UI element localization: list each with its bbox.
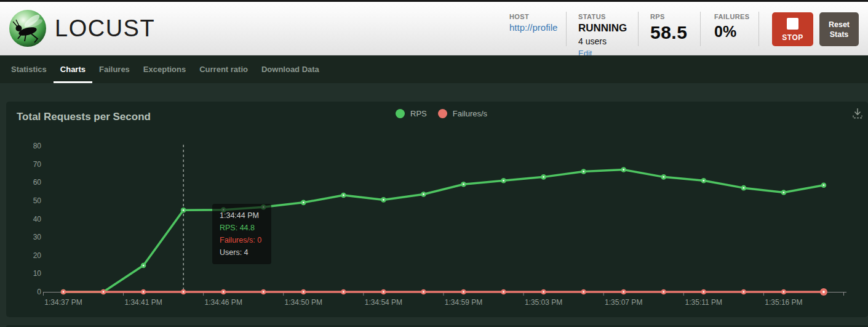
locust-logo[interactable]: LOCUST <box>9 9 155 47</box>
stop-button-label: STOP <box>782 33 803 42</box>
tab-exceptions[interactable]: Exceptions <box>137 55 193 83</box>
svg-text:0: 0 <box>37 288 41 296</box>
rps-chart[interactable]: 010203040506070801:34:37 PM1:34:41 PM1:3… <box>6 102 868 317</box>
failures-info: FAILURES 0% <box>714 13 750 41</box>
divider <box>566 12 567 46</box>
svg-text:50: 50 <box>33 196 42 205</box>
user-count: 4 users <box>578 36 627 46</box>
failures-label: FAILURES <box>714 13 750 20</box>
tab-failures[interactable]: Failures <box>92 55 137 83</box>
svg-text:1:34:46 PM: 1:34:46 PM <box>205 298 242 307</box>
status-value: RUNNING <box>578 22 627 34</box>
header: LOCUST HOST http://profile STATUS RUNNIN… <box>0 2 868 55</box>
tab-charts[interactable]: Charts <box>54 55 92 83</box>
svg-text:70: 70 <box>33 160 42 169</box>
tab-download-data[interactable]: Download Data <box>255 55 326 83</box>
divider <box>638 12 639 46</box>
rps-info: RPS 58.5 <box>650 13 687 43</box>
svg-text:80: 80 <box>33 142 42 150</box>
nav-tabs: StatisticsChartsFailuresExceptionsCurren… <box>0 55 868 83</box>
svg-text:1:35:16 PM: 1:35:16 PM <box>765 298 802 307</box>
host-link[interactable]: http://profile <box>509 22 557 33</box>
chart-panel: Total Requests per Second RPSFailures/s … <box>6 102 868 317</box>
tab-statistics[interactable]: Statistics <box>4 55 54 83</box>
failures-value: 0% <box>714 23 750 41</box>
svg-text:20: 20 <box>33 251 42 260</box>
svg-text:1:34:50 PM: 1:34:50 PM <box>285 298 322 307</box>
status-label: STATUS <box>578 13 627 20</box>
svg-text:10: 10 <box>33 269 42 278</box>
svg-text:1:34:37 PM: 1:34:37 PM <box>44 298 82 307</box>
stop-button[interactable]: STOP <box>772 12 813 46</box>
status-info: STATUS RUNNING 4 users Edit <box>578 13 627 59</box>
host-info: HOST http://profile <box>509 13 557 33</box>
tab-current-ratio[interactable]: Current ratio <box>193 55 255 83</box>
stop-square-icon <box>787 18 798 30</box>
divider <box>759 12 759 46</box>
rps-value: 58.5 <box>650 22 687 43</box>
svg-text:30: 30 <box>33 233 42 241</box>
svg-text:1:35:03 PM: 1:35:03 PM <box>525 298 562 307</box>
svg-text:1:35:11 PM: 1:35:11 PM <box>685 298 722 307</box>
svg-text:1:35:07 PM: 1:35:07 PM <box>605 298 642 307</box>
svg-text:60: 60 <box>33 178 42 187</box>
svg-text:1:34:41 PM: 1:34:41 PM <box>124 298 162 307</box>
svg-text:1:34:54 PM: 1:34:54 PM <box>365 298 402 307</box>
svg-text:40: 40 <box>33 215 42 224</box>
top-border <box>0 0 868 2</box>
reset-stats-button[interactable]: Reset Stats <box>819 12 859 46</box>
host-label: HOST <box>509 13 557 20</box>
svg-text:1:34:59 PM: 1:34:59 PM <box>445 298 482 307</box>
rps-label: RPS <box>650 13 687 20</box>
locust-logo-icon <box>9 9 47 47</box>
divider <box>700 12 701 46</box>
logo-text: LOCUST <box>55 15 155 42</box>
